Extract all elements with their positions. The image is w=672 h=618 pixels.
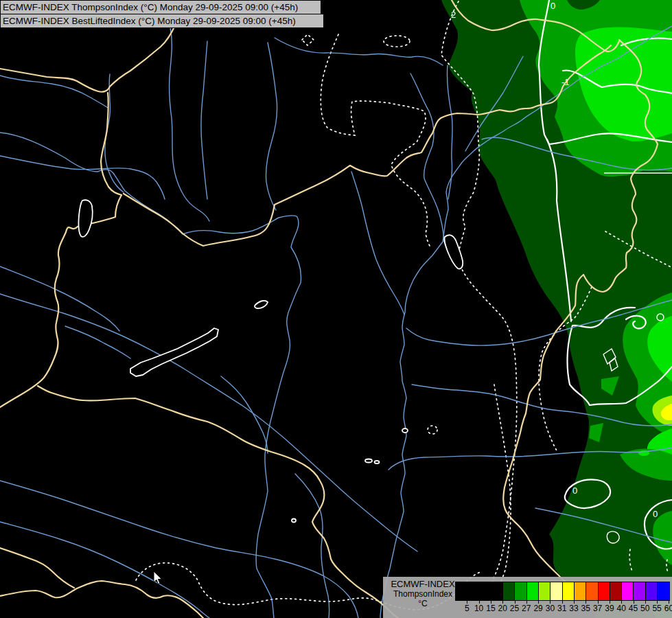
legend-tick-label: 27	[522, 604, 531, 613]
legend-cell-20	[491, 582, 503, 600]
legend-tick-label: 40	[617, 604, 626, 613]
header-line-bestlifted: ECMWF-INDEX BestLiftedIndex (°C) Monday …	[0, 14, 324, 28]
legend-cell-33	[563, 582, 575, 600]
weather-map: 20-100	[0, 0, 672, 618]
legend-cell-31	[551, 582, 562, 600]
legend-cell-29	[527, 582, 539, 600]
legend-cell-39	[599, 582, 610, 600]
legend-cell-27	[515, 582, 526, 600]
legend-cell-37	[586, 582, 598, 600]
legend-cell-25	[503, 582, 515, 600]
legend-cell-15	[480, 582, 491, 600]
legend-tick-label: 20	[498, 604, 507, 613]
contour-label: 0	[653, 509, 658, 519]
legend-tick-label: 37	[593, 604, 602, 613]
legend-tick-label: 31	[557, 604, 566, 613]
legend-tick-label: 60	[664, 604, 672, 613]
legend-cell-60	[658, 582, 669, 600]
legend-tick-label: 5	[465, 604, 470, 613]
legend-tickrow: 51015202527293031333537394045505560	[455, 599, 672, 616]
legend-tick-label: 50	[640, 604, 649, 613]
legend-tick-label: 15	[486, 604, 495, 613]
header-line-thompson: ECMWF-INDEX ThompsonIndex (°C) Monday 29…	[0, 0, 321, 14]
legend-cell-10	[467, 582, 479, 600]
contour-label: 0	[572, 485, 577, 496]
legend-cell-50	[634, 582, 645, 600]
legend-cell-40	[610, 582, 622, 600]
lake-velence-2	[375, 461, 380, 464]
legend-tick-label: 55	[652, 604, 661, 613]
legend-tick-label: 35	[581, 604, 590, 613]
contour-label: 2	[451, 10, 456, 20]
legend-title-index: ThompsonIndex	[389, 589, 457, 599]
legend-tick-label: 33	[569, 604, 578, 613]
legend-title: ECMWF-INDEX ThompsonIndex °C	[389, 579, 457, 608]
lake-tiny-c	[402, 428, 408, 433]
lake-tiny-s	[292, 519, 296, 523]
legend-tick-label: 39	[605, 604, 614, 613]
legend-colorbar	[455, 582, 670, 601]
weather-map-screenshot: 20-100 ECMWF-INDEX ThompsonIndex (°C) Mo…	[0, 0, 672, 618]
lake-velence-1	[365, 459, 372, 463]
legend-cell-30	[539, 582, 551, 600]
legend-tick-label: 29	[533, 604, 542, 613]
legend-tick-label: 45	[629, 604, 638, 613]
contour-label: 0	[551, 1, 555, 11]
contour-label: -1	[561, 77, 570, 87]
legend-cell-5	[456, 582, 467, 600]
legend-tick-label: 10	[474, 604, 483, 613]
legend-tick-label: 30	[546, 604, 555, 613]
legend-title-model: ECMWF-INDEX	[389, 579, 457, 589]
color-scale-legend: ECMWF-INDEX ThompsonIndex °C 51015202527…	[383, 577, 672, 618]
mouse-cursor-icon	[152, 571, 163, 586]
legend-tick-label: 25	[510, 604, 519, 613]
legend-cell-45	[622, 582, 634, 600]
legend-cell-35	[575, 582, 586, 600]
legend-unit: °C	[389, 599, 457, 608]
legend-cell-55	[646, 582, 658, 600]
